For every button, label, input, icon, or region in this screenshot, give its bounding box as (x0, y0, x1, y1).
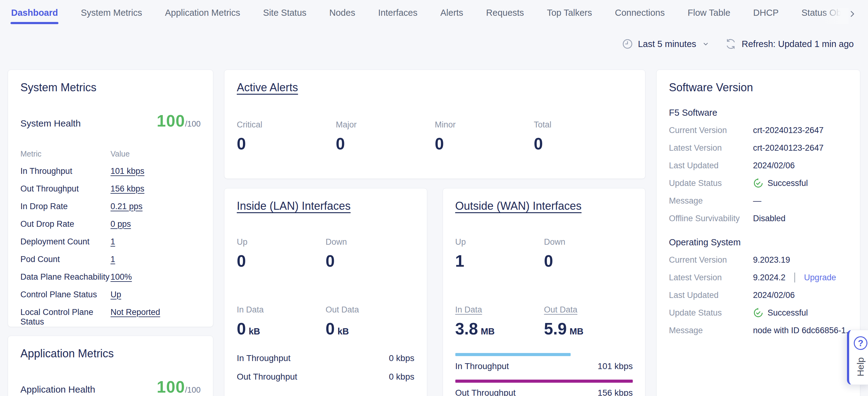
sv-row: Last Updated2024/02/06 (669, 160, 847, 171)
circular-check-icon (753, 178, 764, 189)
metric-name: Control Plane Status (21, 290, 111, 300)
refresh-status-text: Refresh: Updated 1 min ago (742, 39, 854, 49)
active-alerts-title: Active Alerts (237, 81, 633, 94)
tab-interfaces[interactable]: Interfaces (378, 8, 417, 24)
clock-icon (622, 38, 633, 50)
metric-value-link[interactable]: 0.21 pps (111, 202, 201, 211)
metric-value-link[interactable]: 1 (111, 255, 201, 264)
tab-top-talkers[interactable]: Top Talkers (547, 8, 592, 24)
question-mark-icon: ? (854, 336, 867, 350)
alert-count-major: Major 0 (336, 120, 435, 153)
application-health-row: Application Health 100/100 (21, 377, 200, 396)
metric-value-link[interactable]: 156 kbps (111, 184, 201, 194)
help-label: Help (855, 357, 866, 376)
help-button[interactable]: ? Help (847, 330, 868, 385)
metric-name: Deployment Count (21, 237, 111, 247)
tab-status-objects[interactable]: Status Ob (802, 8, 848, 24)
lan-down: Down 0 (326, 237, 414, 271)
circular-check-icon (753, 308, 764, 318)
table-row: Data Plane Reachability100% (21, 272, 200, 282)
top-nav: Dashboard System Metrics Application Met… (0, 0, 868, 25)
wan-up: Up 1 (455, 237, 544, 271)
application-health-label: Application Health (21, 384, 95, 395)
sv-row: Latest Version 9.2024.2 Upgrade (669, 272, 847, 283)
wan-in-data-link[interactable]: In Data (455, 305, 482, 314)
alert-count-total: Total 0 (534, 120, 633, 153)
lan-out-data: Out Data 0kB (326, 305, 414, 338)
metric-name: In Drop Rate (21, 202, 111, 211)
lan-in-data: In Data 0kB (237, 305, 326, 338)
upgrade-link[interactable]: Upgrade (804, 273, 836, 282)
table-row: In Drop Rate0.21 pps (21, 202, 200, 211)
table-row: Local Control Plane StatusNot Reported (21, 308, 200, 327)
col-value: Value (111, 149, 201, 159)
active-alerts-card: Active Alerts Critical 0 Major 0 Minor 0… (224, 69, 645, 179)
metric-name: Out Drop Rate (21, 219, 111, 229)
application-metrics-card: Application Metrics Application Health 1… (8, 336, 213, 396)
sv-row: Message— (669, 196, 847, 206)
wan-status: Up 1 Down 0 (455, 237, 633, 271)
wan-interfaces-link[interactable]: Outside (WAN) Interfaces (455, 200, 582, 212)
alert-count-minor: Minor 0 (435, 120, 534, 153)
system-metrics-card: System Metrics System Health 100/100 Met… (8, 69, 213, 327)
lan-in-throughput-row: In Throughput0 kbps (237, 353, 414, 364)
refresh-button[interactable]: Refresh: Updated 1 min ago (725, 38, 854, 50)
metric-name: Out Throughput (21, 184, 111, 194)
right-column: Software Version F5 Software Current Ver… (656, 69, 860, 396)
system-health-row: System Health 100/100 (21, 111, 200, 130)
tab-system-metrics[interactable]: System Metrics (81, 8, 142, 24)
time-range-value: Last 5 minutes (638, 39, 696, 49)
table-row: Deployment Count1 (21, 237, 200, 247)
metric-value-link[interactable]: Up (111, 290, 201, 300)
interfaces-row: Inside (LAN) Interfaces Up 0 Down 0 In D… (224, 188, 645, 396)
software-version-card: Software Version F5 Software Current Ver… (656, 69, 860, 396)
divider (795, 273, 795, 282)
sv-row: Offline SurvivabilityDisabled (669, 213, 847, 224)
tab-alerts[interactable]: Alerts (440, 8, 463, 24)
tab-dashboard[interactable]: Dashboard (11, 8, 58, 24)
metric-value-link[interactable]: 0 pps (111, 219, 201, 229)
system-health-label: System Health (21, 118, 81, 129)
dashboard-grid: System Metrics System Health 100/100 Met… (8, 69, 860, 396)
metric-name: Pod Count (21, 255, 111, 264)
metric-value-link[interactable]: Not Reported (111, 308, 201, 317)
system-health-score: 100/100 (157, 111, 200, 130)
lan-throughput: In Throughput0 kbps Out Throughput0 kbps (237, 353, 414, 382)
wan-data: In Data 3.8MB Out Data 5.9MB (455, 305, 633, 338)
left-column: System Metrics System Health 100/100 Met… (8, 69, 213, 396)
sv-row: Update Status Successful (669, 308, 847, 318)
sv-row: Messagenode with ID 6dc66856-1... (669, 325, 847, 336)
table-row: Out Drop Rate0 pps (21, 219, 200, 229)
alert-count-critical: Critical 0 (237, 120, 336, 153)
wan-in-data: In Data 3.8MB (455, 305, 544, 338)
table-row: Pod Count1 (21, 255, 200, 264)
tab-connections[interactable]: Connections (615, 8, 664, 24)
metric-name: Data Plane Reachability (21, 272, 111, 282)
tab-flow-table[interactable]: Flow Table (688, 8, 731, 24)
table-row: Control Plane StatusUp (21, 290, 200, 300)
active-alerts-link[interactable]: Active Alerts (237, 81, 298, 94)
wan-down: Down 0 (544, 237, 633, 271)
lan-status: Up 0 Down 0 (237, 237, 414, 271)
lan-interfaces-link[interactable]: Inside (LAN) Interfaces (237, 200, 350, 212)
tab-nodes[interactable]: Nodes (329, 8, 355, 24)
lan-interfaces-title: Inside (LAN) Interfaces (237, 200, 414, 213)
metric-name: In Throughput (21, 166, 111, 176)
metric-value-link[interactable]: 100% (111, 272, 201, 282)
wan-out-data-link[interactable]: Out Data (544, 305, 578, 314)
wan-interfaces-card: Outside (WAN) Interfaces Up 1 Down 0 In … (443, 188, 646, 396)
table-header: Metric Value (21, 149, 200, 159)
tab-dhcp[interactable]: DHCP (753, 8, 779, 24)
tab-application-metrics[interactable]: Application Metrics (165, 8, 240, 24)
sv-row: Latest Versioncrt-20240123-2647 (669, 143, 847, 153)
out-throughput-bar (455, 379, 633, 383)
tab-site-status[interactable]: Site Status (263, 8, 306, 24)
chevron-down-icon (702, 40, 709, 47)
metric-value-link[interactable]: 101 kbps (111, 166, 201, 176)
metric-value-link[interactable]: 1 (111, 237, 201, 247)
wan-in-throughput-row: In Throughput101 kbps (455, 353, 633, 372)
time-range-picker[interactable]: Last 5 minutes (622, 38, 709, 50)
sv-row: Current Version9.2023.19 (669, 255, 847, 265)
tab-requests[interactable]: Requests (486, 8, 524, 24)
in-throughput-bar (455, 353, 633, 356)
